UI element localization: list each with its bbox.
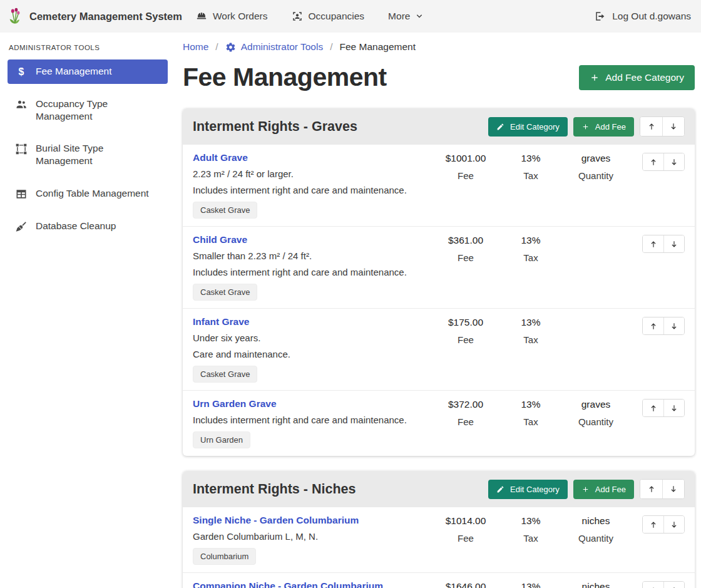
nav-item-occupancies[interactable]: Occupancies <box>292 11 365 22</box>
sidebar: ADMINISTRATOR TOOLS $Fee ManagementOccup… <box>0 33 175 588</box>
fee-type-badge: Casket Grave <box>193 202 257 219</box>
edit-category-button[interactable]: Edit Category <box>488 480 568 499</box>
sidebar-section-label: ADMINISTRATOR TOOLS <box>9 44 166 51</box>
move-fee-down-button[interactable] <box>663 582 684 588</box>
fee-reorder-group <box>642 235 685 253</box>
fee-name-link[interactable]: Adult Grave <box>193 152 248 163</box>
category-actions: Edit Category Add Fee <box>488 479 685 499</box>
fee-name-link[interactable]: Single Niche - Garden Columbarium <box>193 515 359 526</box>
main-nav: Work OrdersOccupanciesMore <box>196 11 424 22</box>
move-category-up-button[interactable] <box>640 480 662 498</box>
sidebar-item-occupancy-type-management[interactable]: Occupancy Type Management <box>8 92 168 128</box>
plus-icon <box>581 485 590 493</box>
arrow-down-icon <box>670 404 678 413</box>
add-fee-category-button[interactable]: Add Fee Category <box>579 65 695 90</box>
move-fee-up-button[interactable] <box>643 153 663 170</box>
pencil-icon <box>496 123 504 131</box>
breadcrumb-separator: / <box>215 41 218 53</box>
plus-icon <box>590 73 600 83</box>
breadcrumb-home-link[interactable]: Home <box>183 41 208 53</box>
arrow-up-icon <box>649 158 658 167</box>
logout-icon <box>595 11 606 22</box>
fee-category-panel: Interment Rights - Niches Edit Category … <box>183 471 695 588</box>
fee-description: Care and maintenance. <box>193 349 428 359</box>
move-fee-up-button[interactable] <box>643 235 663 252</box>
move-fee-up-button[interactable] <box>643 516 663 533</box>
tax-label: Tax <box>498 533 563 544</box>
category-reorder-group <box>640 116 685 137</box>
category-fee-list: Single Niche - Garden Columbarium Garden… <box>183 507 695 588</box>
occupancy-frame-icon <box>292 11 303 22</box>
category-fee-list: Adult Grave 2.23 m² / 24 ft² or larger.I… <box>183 145 695 456</box>
sidebar-item-label: Database Cleanup <box>36 220 116 232</box>
quantity-value: niches <box>563 515 628 527</box>
arrow-down-icon <box>670 158 678 167</box>
quantity-label: Quantity <box>563 533 628 544</box>
tax-value: 13% <box>498 153 563 164</box>
arrow-down-icon <box>669 122 678 131</box>
category-title: Interment Rights - Niches <box>193 482 488 497</box>
nav-item-more[interactable]: More <box>388 11 424 22</box>
move-category-down-button[interactable] <box>662 480 684 498</box>
breadcrumb-current: Fee Management <box>340 41 416 53</box>
pencil-icon <box>496 485 504 493</box>
fee-description: Includes interment right and care and ma… <box>193 415 428 425</box>
move-fee-up-button[interactable] <box>643 400 663 416</box>
arrow-up-icon <box>649 586 658 588</box>
plus-icon <box>581 123 590 131</box>
move-fee-up-button[interactable] <box>643 582 663 588</box>
category-actions: Edit Category Add Fee <box>488 116 685 137</box>
breadcrumb-admin-tools-link[interactable]: Administrator Tools <box>225 41 324 53</box>
sidebar-item-database-cleanup[interactable]: Database Cleanup <box>8 214 168 239</box>
fee-description: 2.23 m² / 24 ft² or larger. <box>193 168 428 179</box>
fee-value: $361.00 <box>433 235 498 246</box>
fee-name-link[interactable]: Companion Niche - Garden Columbarium <box>193 580 383 588</box>
move-fee-down-button[interactable] <box>663 317 684 334</box>
arrow-down-icon <box>670 586 678 588</box>
fee-name-link[interactable]: Infant Grave <box>193 316 249 328</box>
fee-category-panel: Interment Rights - Graves Edit Category … <box>183 108 695 456</box>
fee-name-link[interactable]: Urn Garden Grave <box>193 398 277 410</box>
arrow-down-icon <box>670 240 678 249</box>
sidebar-item-burial-site-type-management[interactable]: Burial Site Type Management <box>8 137 168 173</box>
fee-reorder-group <box>642 153 685 171</box>
edit-category-button[interactable]: Edit Category <box>488 117 568 137</box>
tax-value: 13% <box>498 235 563 246</box>
move-category-down-button[interactable] <box>662 117 684 136</box>
move-fee-up-button[interactable] <box>643 317 663 334</box>
app-brand[interactable]: Cemetery Management System <box>8 7 182 26</box>
arrow-up-icon <box>649 404 658 413</box>
page-title: Fee Management <box>183 63 387 92</box>
move-fee-down-button[interactable] <box>663 400 684 416</box>
add-fee-button[interactable]: Add Fee <box>573 480 634 499</box>
stat-tax: 13%Tax <box>498 317 563 345</box>
fee-value: $175.00 <box>433 317 498 328</box>
stat-quantity: gravesQuantity <box>563 153 628 181</box>
sidebar-item-label: Burial Site Type Management <box>36 142 152 167</box>
sidebar-item-config-table-management[interactable]: Config Table Management <box>8 182 168 206</box>
move-fee-down-button[interactable] <box>663 153 684 170</box>
sidebar-item-fee-management[interactable]: $Fee Management <box>8 59 168 84</box>
fee-description: Includes interment right and care and ma… <box>193 185 428 195</box>
move-category-up-button[interactable] <box>640 117 662 136</box>
move-fee-down-button[interactable] <box>663 235 684 252</box>
app-title: Cemetery Management System <box>29 11 182 23</box>
fee-row: Adult Grave 2.23 m² / 24 ft² or larger.I… <box>183 145 695 227</box>
fee-row: Infant Grave Under six years.Care and ma… <box>183 309 695 391</box>
stat-tax: 13%Tax <box>498 153 563 181</box>
logout-button[interactable]: Log Out d.gowans <box>595 11 691 22</box>
chevron-down-icon <box>415 12 424 21</box>
nav-item-work-orders[interactable]: Work Orders <box>196 11 268 22</box>
arrow-up-icon <box>649 322 658 331</box>
move-fee-down-button[interactable] <box>663 516 684 533</box>
fee-label: Fee <box>433 334 498 345</box>
add-fee-button[interactable]: Add Fee <box>573 117 634 137</box>
logout-label: Log Out d.gowans <box>612 11 691 22</box>
breadcrumb: Home / Administrator Tools / Fee Managem… <box>183 41 695 53</box>
fee-row: Child Grave Smaller than 2.23 m² / 24 ft… <box>183 227 695 309</box>
object-group-icon <box>15 143 28 155</box>
stat-fee: $1014.00Fee <box>433 515 498 544</box>
nav-item-label: Occupancies <box>309 11 365 22</box>
fee-name-link[interactable]: Child Grave <box>193 234 247 245</box>
fee-value: $1014.00 <box>433 515 498 527</box>
